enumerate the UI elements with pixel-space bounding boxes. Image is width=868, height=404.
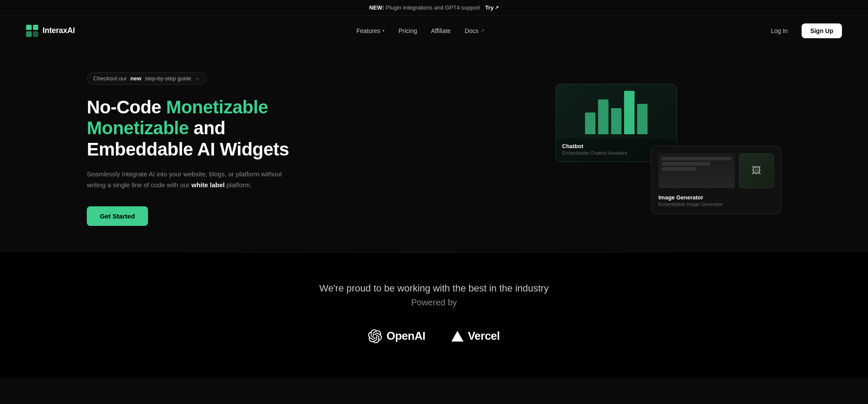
image-gen-card-info: Image Generator Embeddable Image Generat… xyxy=(658,194,774,207)
openai-text: OpenAI xyxy=(386,329,425,343)
strip-line-2 xyxy=(662,162,710,166)
banner-new-label: NEW: xyxy=(369,4,384,11)
vercel-text: Vercel xyxy=(468,329,500,343)
image-icon: 🖼 xyxy=(752,165,761,176)
image-gen-card: 🖼 Image Generator Embeddable Image Gener… xyxy=(651,146,781,214)
hero-title-pre: No-Code xyxy=(87,97,161,117)
banner-arrow-icon: ↗ xyxy=(495,5,499,10)
hero-section: Checkout our new step-by-step guide → No… xyxy=(0,46,868,252)
vercel-icon xyxy=(451,330,464,342)
nav-docs[interactable]: Docs ↗ xyxy=(465,27,484,34)
image-gen-card-subtitle: Embeddable Image Generator xyxy=(658,202,774,207)
badge-pre-text: Checkout our xyxy=(93,75,127,82)
powered-headline: We're proud to be working with the best … xyxy=(9,283,859,294)
hero-title: No-Code Monetizable Monetizable andEmbed… xyxy=(87,97,295,160)
nav-features[interactable]: Features ▾ xyxy=(356,27,385,34)
powered-subline: Powered by xyxy=(9,298,859,308)
strip-line-1 xyxy=(662,157,731,160)
hero-desc-bold: white label xyxy=(191,181,225,189)
image-gen-card-title: Image Generator xyxy=(658,194,774,201)
bar-4 xyxy=(624,91,635,134)
vercel-logo: Vercel xyxy=(451,329,500,343)
hero-left: Checkout our new step-by-step guide → No… xyxy=(87,72,312,226)
logo-text: InteraxAI xyxy=(43,26,75,35)
widget-area: Chatbot Embeddable Chatbot Assistant 🖼 xyxy=(556,84,781,214)
navbar-logo-area: InteraxAI xyxy=(26,25,75,37)
bar-3 xyxy=(611,108,621,134)
image-gen-preview: 🖼 xyxy=(658,153,774,188)
image-gen-strip xyxy=(658,153,735,188)
badge-new-text: new xyxy=(130,75,141,82)
banner-try-link[interactable]: Try ↗ xyxy=(485,4,499,11)
hero-right: Chatbot Embeddable Chatbot Assistant 🖼 xyxy=(529,84,781,214)
get-started-button[interactable]: Get Started xyxy=(87,206,148,226)
signup-button[interactable]: Sign Up xyxy=(802,23,842,38)
chevron-down-icon: ▾ xyxy=(382,28,385,33)
bar-2 xyxy=(598,99,608,134)
image-gen-thumbnail: 🖼 xyxy=(739,153,774,188)
login-button[interactable]: Log In xyxy=(766,24,793,38)
navbar-right: Log In Sign Up xyxy=(766,23,842,38)
navbar-center: Features ▾ Pricing Affiliate Docs ↗ xyxy=(356,27,484,34)
hero-title-highlight: Monetizable xyxy=(166,97,268,117)
nav-pricing[interactable]: Pricing xyxy=(398,27,417,34)
banner-desc: Plugin Integrations and GPT4 support xyxy=(386,4,480,11)
powered-logos: OpenAI Vercel xyxy=(9,329,859,343)
strip-line-3 xyxy=(662,167,697,171)
external-link-icon: ↗ xyxy=(481,28,484,33)
navbar: InteraxAI Features ▾ Pricing Affiliate D… xyxy=(0,16,868,46)
nav-affiliate[interactable]: Affiliate xyxy=(431,27,451,34)
openai-icon xyxy=(368,329,382,343)
openai-logo: OpenAI xyxy=(368,329,425,343)
badge-post-text: step-by-step guide xyxy=(145,75,191,82)
powered-section: We're proud to be working with the best … xyxy=(0,252,868,378)
top-banner: NEW: Plugin Integrations and GPT4 suppor… xyxy=(0,0,868,16)
bar-5 xyxy=(637,104,648,134)
bar-1 xyxy=(585,113,595,134)
banner-text: NEW: Plugin Integrations and GPT4 suppor… xyxy=(369,4,499,11)
badge-arrow-icon: → xyxy=(195,76,200,82)
hero-title-highlight-text: Monetizable xyxy=(87,118,189,138)
hero-description: Seamlessly integrate AI into your websit… xyxy=(87,169,295,191)
logo-icon xyxy=(26,25,38,37)
chatbot-bars xyxy=(556,84,677,139)
guide-badge[interactable]: Checkout our new step-by-step guide → xyxy=(87,72,207,85)
